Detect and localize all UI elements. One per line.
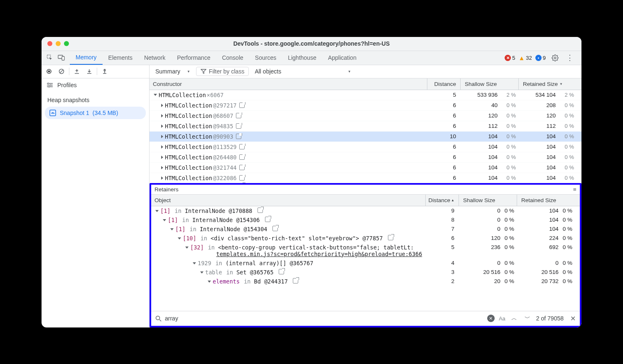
disclosure-triangle-icon[interactable] (161, 145, 163, 149)
warning-indicator[interactable]: ▲32 (518, 54, 532, 61)
disclosure-triangle-icon[interactable] (161, 166, 163, 169)
heap-snapshots-label: Heap snapshots (42, 92, 149, 106)
reveal-icon[interactable] (239, 175, 245, 181)
clear-icon[interactable] (56, 66, 66, 76)
settings-icon[interactable] (549, 52, 561, 64)
col-retained[interactable]: Retained Size▼ (518, 78, 576, 90)
disclosure-triangle-icon[interactable] (185, 247, 189, 249)
col-retained-2[interactable]: Retained Size (517, 195, 575, 206)
reveal-icon[interactable] (239, 144, 245, 149)
table-row[interactable]: HTMLCollection @11352961040 %1040 % (150, 142, 581, 152)
tab-sources[interactable]: Sources (249, 51, 282, 65)
disclosure-triangle-icon[interactable] (155, 210, 159, 212)
tab-lighthouse[interactable]: Lighthouse (282, 51, 322, 65)
tab-performance[interactable]: Performance (171, 51, 216, 65)
device-toolbar-icon[interactable] (56, 52, 67, 64)
search-input[interactable]: array (165, 315, 178, 322)
reveal-icon[interactable] (236, 134, 241, 139)
error-indicator[interactable]: ✕5 (505, 55, 515, 61)
clear-search-icon[interactable]: ✕ (487, 315, 495, 322)
summary-dropdown[interactable]: Summary (154, 67, 192, 76)
col-constructor[interactable]: Constructor (150, 81, 427, 87)
import-icon[interactable] (72, 66, 82, 76)
reveal-icon[interactable] (236, 113, 241, 118)
next-match-button[interactable]: ﹀ (523, 315, 532, 322)
disclosure-triangle-icon[interactable] (161, 135, 163, 138)
reveal-icon[interactable] (272, 226, 278, 231)
reveal-icon[interactable] (279, 269, 284, 274)
close-search-icon[interactable]: ✕ (570, 315, 576, 322)
match-case-toggle[interactable]: Aa (499, 315, 505, 322)
table-row[interactable]: HTMLCollection @6860761200 %1200 % (150, 111, 581, 121)
table-row[interactable]: [1] in InternalNode @154304 700 %1040 % (151, 225, 580, 234)
retainers-menu-icon[interactable]: ≡ (573, 186, 576, 193)
reveal-icon[interactable] (239, 165, 245, 170)
filter-icon (201, 69, 206, 74)
table-row[interactable]: HTMLCollection @26448061040 %1040 % (150, 152, 581, 163)
prev-match-button[interactable]: ︿ (510, 315, 519, 322)
tab-application[interactable]: Application (322, 51, 363, 65)
col-object[interactable]: Object (151, 197, 425, 203)
disclosure-triangle-icon[interactable] (154, 94, 157, 96)
tab-console[interactable]: Console (216, 51, 249, 65)
table-row[interactable]: HTMLCollection @32174461040 %1040 % (150, 163, 581, 173)
retainers-label: Retainers (155, 186, 179, 193)
table-row[interactable]: HTMLCollection @2972176400 %2080 % (150, 100, 581, 111)
disclosure-triangle-icon[interactable] (170, 228, 174, 230)
reveal-icon[interactable] (258, 208, 263, 213)
tab-memory[interactable]: Memory (70, 51, 103, 65)
issues-indicator[interactable]: ▪9 (535, 55, 546, 61)
col-distance-2[interactable]: Distance▲ (425, 195, 459, 206)
export-icon[interactable] (84, 66, 94, 76)
table-row[interactable]: [10] in <div class="bento-rich-text" slo… (151, 234, 580, 243)
match-count: 2 of 79058 (536, 315, 564, 322)
tab-network[interactable]: Network (138, 51, 171, 65)
reveal-icon[interactable] (265, 217, 270, 222)
reveal-icon[interactable] (293, 278, 298, 283)
col-distance[interactable]: Distance (427, 78, 460, 90)
table-row[interactable]: table in Set @365765 320 5160 %20 5160 % (151, 268, 580, 277)
col-shallow-2[interactable]: Shallow Size (459, 195, 517, 206)
titlebar: DevTools - store.google.com/category/pho… (42, 37, 581, 51)
svg-point-7 (48, 83, 49, 84)
scope-dropdown[interactable]: All objects (253, 67, 353, 76)
disclosure-triangle-icon[interactable] (178, 237, 181, 239)
inspect-element-icon[interactable] (44, 52, 56, 64)
table-row[interactable]: HTMLCollection @32208661040 %1040 % (150, 173, 581, 183)
more-icon[interactable]: ⋮ (564, 52, 576, 64)
disclosure-triangle-icon[interactable] (161, 104, 163, 107)
disclosure-triangle-icon[interactable] (208, 281, 211, 283)
class-filter[interactable]: Filter by class (196, 67, 249, 76)
disclosure-triangle-icon[interactable] (161, 156, 163, 159)
col-shallow[interactable]: Shallow Size (460, 78, 518, 90)
tab-elements[interactable]: Elements (103, 51, 138, 65)
svg-line-12 (159, 320, 161, 321)
reveal-icon[interactable] (388, 235, 393, 240)
table-row[interactable]: [1] in InternalNode @154306 800 %1040 % (151, 215, 580, 225)
disclosure-triangle-icon[interactable] (161, 176, 163, 180)
table-row[interactable]: 1929 in (internal array)[] @365767400 %0… (151, 259, 580, 268)
disclosure-triangle-icon[interactable] (200, 271, 204, 274)
reveal-icon[interactable] (239, 154, 245, 160)
gc-icon[interactable] (100, 66, 110, 76)
table-row[interactable]: HTMLCollection @90903101040 %1040 % (150, 132, 581, 142)
record-icon[interactable] (44, 66, 54, 76)
svg-point-4 (48, 71, 50, 73)
table-row[interactable]: HTMLCollection @9483561120 %1120 % (150, 121, 581, 132)
main-panel: Summary Filter by class All objects Cons… (150, 65, 581, 327)
disclosure-triangle-icon[interactable] (193, 262, 196, 264)
reveal-icon[interactable] (236, 123, 241, 129)
disclosure-triangle-icon[interactable] (161, 125, 163, 128)
reveal-icon[interactable] (239, 103, 245, 108)
snapshot-item[interactable]: Snapshot 1 (34.5 MB) (45, 107, 146, 119)
table-row[interactable]: HTMLCollection ×60675533 9362 %534 1042 … (150, 90, 581, 100)
profiles-row[interactable]: Profiles (42, 78, 149, 92)
search-icon (155, 315, 162, 322)
table-row[interactable]: elements in Bd @244317 2200 %20 7320 % (151, 277, 580, 286)
disclosure-triangle-icon[interactable] (161, 114, 163, 117)
sidebar: Profiles Heap snapshots Snapshot 1 (34.5… (42, 65, 150, 327)
table-row[interactable]: [1] in InternalNode @170888 900 %1040 % (151, 206, 580, 215)
table-row[interactable]: [32] in <bento-copy-group vertical-stack… (151, 243, 580, 259)
disclosure-triangle-icon[interactable] (163, 219, 166, 221)
devtools-window: DevTools - store.google.com/category/pho… (42, 37, 581, 327)
